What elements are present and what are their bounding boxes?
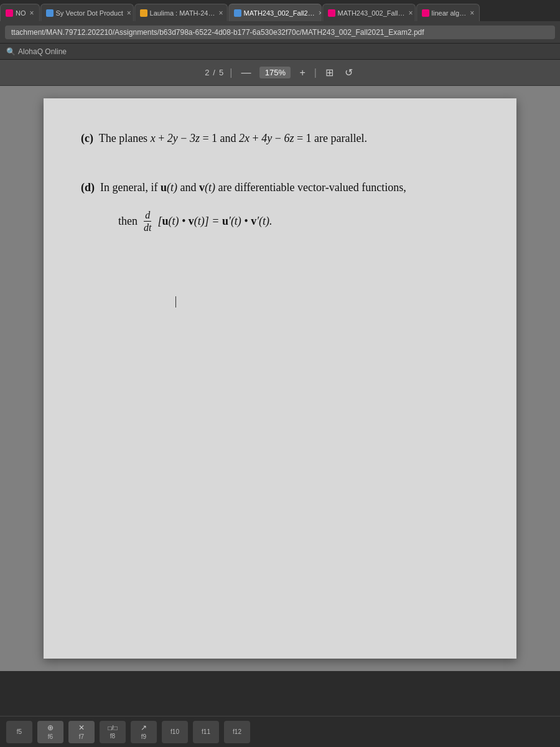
bookmark-alohaq[interactable]: 🔍 AlohaQ Online bbox=[6, 47, 67, 56]
rotate-button[interactable]: ↺ bbox=[342, 65, 355, 80]
tab-math-label: MATH243_002_Fall2… bbox=[244, 9, 315, 17]
question-c-label: (c) bbox=[81, 132, 93, 144]
question-d-block: (d) In general, if u(t) and v(t) are dif… bbox=[81, 179, 479, 233]
math-v-t: v bbox=[199, 181, 205, 194]
tab-no-close[interactable]: × bbox=[30, 9, 34, 17]
key-f8[interactable]: □/□ f8 bbox=[100, 721, 126, 743]
tab-no[interactable]: NO × bbox=[0, 4, 40, 21]
key-f6-label: f6 bbox=[48, 733, 53, 740]
key-f9-label: f9 bbox=[141, 733, 146, 740]
bookmark-search-icon: 🔍 bbox=[6, 47, 16, 56]
key-f11-label: f11 bbox=[202, 728, 210, 735]
key-f8-icon: □/□ bbox=[108, 725, 118, 731]
tab-no-label: NO bbox=[16, 9, 26, 17]
page-info: 2 / 5 bbox=[205, 68, 223, 77]
fraction-denominator: dt bbox=[142, 222, 152, 233]
tab-sy-close[interactable]: × bbox=[127, 9, 131, 17]
toolbar-separator-1: | bbox=[230, 67, 232, 78]
key-f9[interactable]: ↗ f9 bbox=[131, 721, 157, 743]
zoom-level[interactable]: 175% bbox=[259, 67, 291, 78]
tab-laulima[interactable]: Laulima : MATH-24… × bbox=[134, 4, 228, 21]
tab-laulima-icon bbox=[140, 9, 147, 17]
tab-no-icon bbox=[6, 9, 13, 17]
key-f7-icon: ✕ bbox=[78, 723, 85, 732]
key-f5[interactable]: f5 bbox=[6, 721, 32, 743]
key-f6-icon: ⊕ bbox=[47, 723, 54, 732]
then-label: then bbox=[118, 212, 138, 230]
math-expression-c6: 6z bbox=[284, 132, 294, 144]
key-f11[interactable]: f11 bbox=[193, 721, 219, 743]
fit-page-button[interactable]: ⊞ bbox=[323, 65, 336, 80]
question-d-formula: then d dt [u(t) • v(t)] = u′(t) • v′(t). bbox=[118, 209, 479, 233]
fraction-numerator: d bbox=[144, 209, 151, 222]
math-expression-c5: 4y bbox=[261, 132, 272, 144]
key-f5-label: f5 bbox=[17, 728, 22, 735]
zoom-out-button[interactable]: — bbox=[238, 66, 253, 80]
tab-sy-label: Sy Vector Dot Product bbox=[56, 9, 123, 17]
math-expression-c3: 3z bbox=[190, 132, 200, 144]
key-f12-label: f12 bbox=[233, 728, 241, 735]
math-expression-c1: x bbox=[151, 132, 156, 144]
tab-linear-icon bbox=[422, 9, 429, 17]
pdf-toolbar: 2 / 5 | — 175% + | ⊞ ↺ bbox=[0, 60, 560, 86]
tab-laulima-label: Laulima : MATH-24… bbox=[150, 9, 215, 17]
pdf-content-area: (c) The planes x + 2y − 3z = 1 and 2x + … bbox=[0, 86, 560, 671]
math-u-t-paren: (t) bbox=[167, 181, 177, 194]
key-f12[interactable]: f12 bbox=[224, 721, 250, 743]
text-cursor bbox=[175, 296, 176, 308]
tab-linear-close[interactable]: × bbox=[470, 9, 474, 17]
tab-sy[interactable]: Sy Vector Dot Product × bbox=[40, 4, 134, 21]
bookmark-bar: 🔍 AlohaQ Online bbox=[0, 44, 560, 60]
tab-linear-label: linear alg… bbox=[432, 9, 467, 17]
tab-bar: NO × Sy Vector Dot Product × Laulima : M… bbox=[0, 0, 560, 21]
key-f9-icon: ↗ bbox=[141, 723, 147, 732]
browser-chrome: NO × Sy Vector Dot Product × Laulima : M… bbox=[0, 0, 560, 86]
question-d-label: (d) bbox=[81, 181, 95, 194]
key-f7[interactable]: ✕ f7 bbox=[68, 721, 95, 743]
key-f7-label: f7 bbox=[79, 733, 84, 740]
key-f8-label: f8 bbox=[110, 733, 115, 740]
tab-math-close[interactable]: × bbox=[319, 9, 322, 17]
question-c-text: (c) The planes x + 2y − 3z = 1 and 2x + … bbox=[81, 129, 479, 148]
page-total: 5 bbox=[219, 68, 223, 77]
tab-math-icon bbox=[234, 9, 241, 17]
toolbar-separator-2: | bbox=[314, 67, 317, 78]
math-u-t: u bbox=[161, 181, 167, 194]
page-separator: / bbox=[213, 68, 215, 77]
zoom-in-button[interactable]: + bbox=[297, 66, 307, 80]
tab-math2-close[interactable]: × bbox=[409, 9, 413, 17]
address-bar-row: ttachment/MAN.79712.202210/Assignments/b… bbox=[0, 21, 560, 44]
key-f6[interactable]: ⊕ f6 bbox=[37, 721, 63, 743]
question-d-text: (d) In general, if u(t) and v(t) are dif… bbox=[81, 179, 479, 197]
taskbar: f5 ⊕ f6 ✕ f7 □/□ f8 ↗ f9 f10 f11 f12 bbox=[0, 716, 560, 747]
math-expression-c4: 2x bbox=[239, 132, 250, 144]
key-f10[interactable]: f10 bbox=[162, 721, 188, 743]
math-formula-body: [u(t) • v(t)] = u′(t) • v′(t). bbox=[157, 212, 272, 230]
question-c-block: (c) The planes x + 2y − 3z = 1 and 2x + … bbox=[81, 129, 479, 148]
tab-laulima-close[interactable]: × bbox=[218, 9, 223, 17]
page-current: 2 bbox=[205, 68, 209, 77]
tab-math2-label: MATH243_002_Fall… bbox=[338, 9, 405, 17]
tab-math2-icon bbox=[328, 9, 335, 17]
tab-math-active[interactable]: MATH243_002_Fall2… × bbox=[228, 4, 322, 21]
bookmark-label: AlohaQ Online bbox=[18, 47, 67, 56]
math-v-t-paren: (t) bbox=[205, 181, 215, 194]
key-f10-label: f10 bbox=[170, 728, 179, 735]
tab-sy-icon bbox=[46, 9, 54, 17]
math-expression-c2: 2y bbox=[167, 132, 178, 144]
pdf-page: (c) The planes x + 2y − 3z = 1 and 2x + … bbox=[44, 98, 516, 659]
tab-math2[interactable]: MATH243_002_Fall… × bbox=[322, 4, 416, 21]
derivative-fraction: d dt bbox=[142, 209, 152, 233]
address-bar[interactable]: ttachment/MAN.79712.202210/Assignments/b… bbox=[5, 26, 555, 39]
tab-linear[interactable]: linear alg… × bbox=[416, 4, 480, 21]
